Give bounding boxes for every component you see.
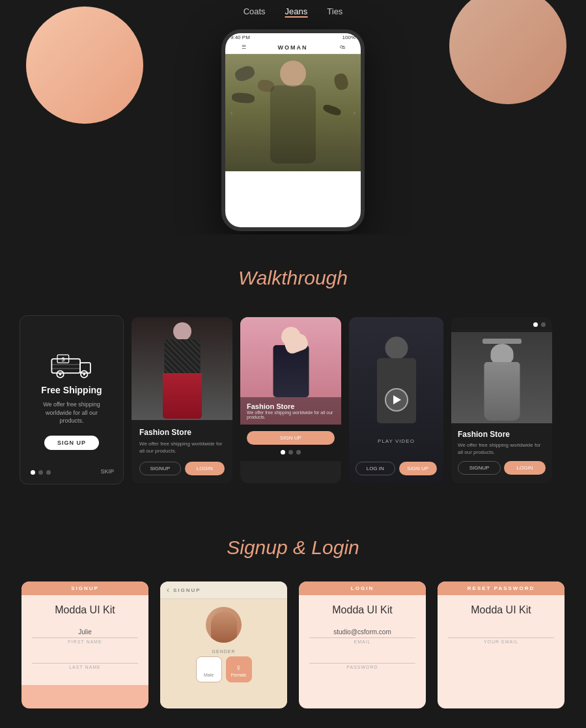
fashion-3-login-btn[interactable]: LOGIN	[504, 461, 546, 475]
fashion-3-signup-btn[interactable]: SIGNUP	[458, 461, 501, 475]
male-label: Male	[204, 673, 214, 677]
fashion-2-image: Fashion Store We offer free shipping wor…	[240, 317, 341, 425]
phone-time: 9:40 PM	[230, 35, 250, 40]
first-name-field: FIRST NAME	[32, 625, 138, 644]
dot-2	[38, 470, 43, 475]
pink-dot-1	[281, 450, 285, 455]
phone-screen: 9:40 PM 100% ☰ WOMAN 🛍	[225, 33, 361, 227]
tab-ties[interactable]: Ties	[327, 7, 342, 18]
fashion-2-signup-btn[interactable]: SIGN UP	[247, 431, 335, 445]
dot-3	[46, 470, 51, 475]
fashion-2-title: Fashion Store	[247, 402, 335, 410]
signup-gender-body: GENDER ♂ Male ♀ Female	[160, 599, 287, 708]
fashion-1-title: Fashion Store	[139, 428, 225, 437]
svg-rect-0	[51, 359, 80, 373]
reset-email-field: YOUR EMAIL	[448, 625, 554, 644]
last-name-input[interactable]	[32, 652, 138, 664]
video-signup-btn[interactable]: SIGN UP	[399, 462, 438, 475]
svg-point-7	[83, 373, 86, 376]
walkthrough-section: Walkthrough $	[0, 234, 586, 511]
fashion-3-desc: We offer free shipping worldwide for all…	[458, 441, 546, 456]
phone-battery: 100%	[342, 35, 356, 40]
cart-icon[interactable]: 🛍	[340, 44, 345, 51]
signup-basic-form-title: Modda UI Kit	[32, 604, 138, 616]
prev-arrow[interactable]: ‹	[230, 109, 232, 117]
gender-label: GENDER	[167, 649, 281, 654]
email-field: EMAIL	[309, 625, 415, 644]
last-name-field: LAST NAME	[32, 651, 138, 669]
card-fashion-1: Fashion Store We offer free shipping wor…	[132, 317, 232, 483]
tab-coats[interactable]: Coats	[244, 7, 266, 18]
fashion-1-desc: We offer free shipping worldwide for all…	[139, 440, 225, 455]
fashion-1-info: Fashion Store We offer free shipping wor…	[132, 420, 232, 483]
gender-female-btn[interactable]: ♀ Female	[226, 656, 252, 682]
svg-point-5	[59, 373, 62, 376]
menu-icon[interactable]: ☰	[242, 44, 246, 51]
last-dot-1	[533, 322, 538, 327]
phone-nav-title: WOMAN	[278, 44, 308, 51]
pink-dot-2	[288, 450, 293, 455]
shipping-card-title: Free Shipping	[41, 385, 102, 395]
signup-gender-header-label: SIGNUP	[173, 587, 201, 593]
email-input[interactable]	[309, 626, 415, 638]
play-button[interactable]	[385, 388, 408, 412]
fashion-1-signup-btn[interactable]: SIGNUP	[139, 462, 181, 475]
fashion-2-bottom: SIGN UP	[240, 425, 341, 461]
gender-male-btn[interactable]: ♂ Male	[196, 656, 222, 682]
last-name-label: LAST NAME	[32, 665, 138, 669]
fashion-3-image	[451, 332, 552, 423]
password-field: PASSWORD	[309, 651, 415, 669]
hero-section: Coats Jeans Ties 9:40 PM 100% ☰ WOMAN 🛍	[0, 0, 586, 234]
password-input[interactable]	[309, 652, 415, 664]
signup-gender-header: ‹ SIGNUP	[160, 581, 287, 599]
tab-jeans[interactable]: Jeans	[285, 7, 308, 18]
signup-basic-content: Modda UI Kit FIRST NAME LAST NAME	[21, 595, 148, 685]
fashion-1-buttons: SIGNUP LOGIN	[139, 462, 225, 475]
fashion-1-login-btn[interactable]: LOGIN	[185, 462, 225, 475]
back-icon[interactable]: ‹	[167, 585, 169, 595]
avatar-figure	[211, 611, 237, 643]
signup-basic-header: SIGNUP	[21, 581, 148, 595]
fashion-2-desc: We offer free shipping worldwide for all…	[247, 410, 335, 419]
fashion-3-info: Fashion Store We offer free shipping wor…	[451, 423, 552, 481]
phone-image-area: ‹ ›	[225, 54, 361, 171]
skip-label[interactable]: SKIP	[100, 468, 114, 475]
reset-email-label: YOUR EMAIL	[448, 639, 554, 644]
play-icon	[393, 395, 401, 404]
female-symbol: ♀	[235, 662, 242, 673]
card-fashion-2: Fashion Store We offer free shipping wor…	[240, 317, 341, 483]
svg-text:$: $	[61, 356, 64, 363]
next-arrow[interactable]: ›	[354, 109, 356, 117]
card-dots	[31, 470, 51, 475]
walkthrough-cards-row: $ Free Shipping We offer free shipping w…	[20, 315, 566, 484]
card-video: PLAY VIDEO LOG IN SIGN UP	[349, 317, 443, 483]
reset-card-header: RESET PASSWORD	[438, 581, 565, 595]
reset-email-input[interactable]	[448, 626, 554, 638]
gender-options: ♂ Male ♀ Female	[167, 656, 281, 682]
login-form-title: Modda UI Kit	[309, 604, 415, 616]
card-fashion-3: Fashion Store We offer free shipping wor…	[451, 317, 552, 483]
hero-circle-right	[449, 0, 566, 104]
login-card-content: Modda UI Kit EMAIL PASSWORD	[299, 595, 426, 685]
fashion-2-dots	[247, 450, 335, 455]
signup-gender-left: GENDER ♂ Male ♀ Female	[160, 599, 287, 708]
phone-nav-arrows: ‹ ›	[225, 109, 361, 117]
signup-gender-card: ‹ SIGNUP GENDER ♂ Male ♀	[160, 581, 287, 708]
hero-circle-left	[26, 7, 143, 124]
card-last-dots-top	[451, 317, 552, 332]
signup-login-section: Signup & Login SIGNUP Modda UI Kit FIRST…	[0, 511, 586, 728]
fashion-1-image	[132, 317, 232, 421]
shipping-signup-button[interactable]: SIGN UP	[44, 436, 99, 450]
signup-section-title: Signup & Login	[20, 537, 566, 559]
signup-basic-card: SIGNUP Modda UI Kit FIRST NAME LAST NAME	[21, 581, 148, 708]
avatar-circle	[206, 607, 242, 643]
video-login-btn[interactable]: LOG IN	[356, 462, 395, 475]
female-label: Female	[231, 673, 246, 677]
shipping-card-desc: We offer free shipping worldwide for all…	[33, 400, 110, 425]
first-name-input[interactable]	[32, 626, 138, 638]
email-label: EMAIL	[309, 639, 415, 644]
video-buttons: LOG IN SIGN UP	[349, 462, 443, 475]
pink-dot-3	[296, 450, 301, 455]
fashion-2-overlay: Fashion Store We offer free shipping wor…	[240, 397, 341, 425]
last-dot-2	[541, 322, 546, 327]
